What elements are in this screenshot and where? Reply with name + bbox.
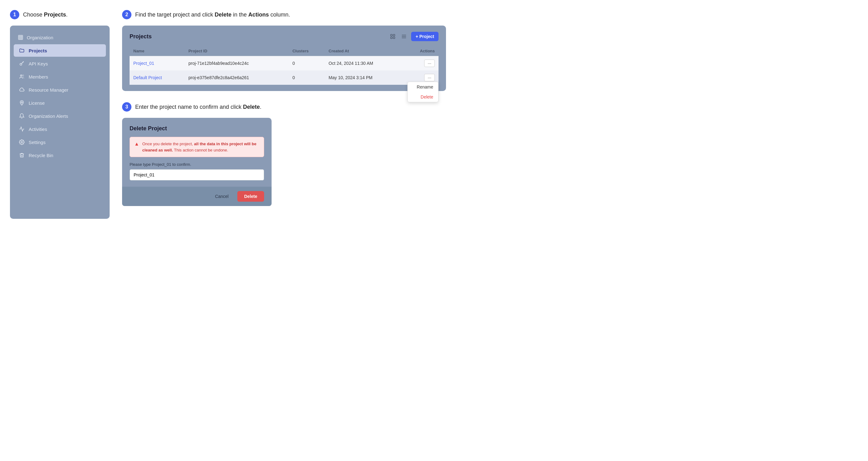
sidebar-settings-label: Settings: [29, 140, 45, 145]
dialog-footer: Cancel Delete: [122, 187, 272, 206]
step3-badge: 3: [122, 102, 131, 112]
step3-heading: 3 Enter the project name to confirm and …: [122, 102, 446, 112]
svg-point-5: [21, 142, 23, 143]
col-name: Name: [130, 46, 185, 56]
svg-rect-7: [393, 34, 395, 36]
list-view-btn[interactable]: [400, 32, 408, 40]
step2-row: 2 Find the target project and click Dele…: [122, 10, 446, 91]
step1-badge: 1: [10, 10, 19, 19]
folder-icon: [19, 47, 25, 54]
delete-dialog: Delete Project ▲ Once you delete the pro…: [122, 118, 272, 206]
org-label-text: Organization: [27, 35, 53, 40]
table-row: Default Project proj-e375e87dfe2c8a42e6a…: [130, 70, 438, 85]
step1-heading: 1 Choose Projects.: [10, 10, 110, 19]
sidebar-resource-manager-label: Resource Manager: [29, 87, 68, 93]
confirm-input[interactable]: [130, 169, 264, 180]
building-icon: [18, 34, 24, 40]
license-icon: [19, 100, 25, 106]
sidebar-item-org-alerts[interactable]: Organization Alerts: [14, 110, 106, 122]
row1-clusters: 0: [289, 56, 325, 71]
projects-table-title: Projects: [130, 33, 152, 40]
warning-icon: ▲: [134, 141, 139, 153]
sidebar-license-label: License: [29, 100, 45, 106]
sidebar-item-resource-manager[interactable]: Resource Manager: [14, 84, 106, 96]
delete-dialog-title: Delete Project: [130, 125, 264, 132]
members-icon: [19, 74, 25, 80]
warning-box: ▲ Once you delete the project, all the d…: [130, 137, 264, 157]
right-column: 2 Find the target project and click Dele…: [122, 10, 446, 219]
sidebar-api-keys-label: API Keys: [29, 61, 48, 66]
project1-link[interactable]: Project_01: [133, 61, 154, 66]
step1-label: Choose Projects.: [23, 11, 68, 18]
cancel-btn[interactable]: Cancel: [210, 191, 234, 202]
svg-point-1: [20, 63, 22, 65]
trash-icon: [19, 152, 25, 159]
rename-option[interactable]: Rename: [408, 82, 438, 92]
table-row: Project_01 proj-71e12bf4ab9ead10e4c24c 0…: [130, 56, 438, 71]
row2-actions: ··· Rename Delete: [404, 70, 438, 85]
sidebar-activities-label: Activities: [29, 126, 47, 132]
step2-heading: 2 Find the target project and click Dele…: [122, 10, 446, 19]
sidebar-org-alerts-label: Organization Alerts: [29, 113, 68, 119]
step2-label: Find the target project and click Delete…: [135, 11, 290, 18]
row2-id: proj-e375e87dfe2c8a42e6a261: [185, 70, 289, 85]
bell-icon: [19, 113, 25, 119]
sidebar-item-settings[interactable]: Settings: [14, 136, 106, 148]
sidebar: Organization Projects: [10, 26, 110, 219]
svg-rect-8: [391, 37, 393, 39]
row1-actions: ···: [404, 56, 438, 71]
add-project-btn[interactable]: + Project: [411, 32, 438, 41]
sidebar-item-license[interactable]: License: [14, 97, 106, 109]
sidebar-item-members[interactable]: Members: [14, 70, 106, 83]
svg-point-4: [21, 102, 23, 103]
col-project-id: Project ID: [185, 46, 289, 56]
svg-rect-0: [19, 35, 23, 39]
row2-name: Default Project: [130, 70, 185, 85]
delete-confirm-btn[interactable]: Delete: [237, 191, 264, 202]
sidebar-item-recycle-bin[interactable]: Recycle Bin: [14, 149, 106, 162]
row1-name: Project_01: [130, 56, 185, 71]
svg-rect-6: [391, 34, 393, 36]
row1-more-btn[interactable]: ···: [424, 60, 435, 67]
row1-id: proj-71e12bf4ab9ead10e4c24c: [185, 56, 289, 71]
row1-created: Oct 24, 2024 11:30 AM: [325, 56, 404, 71]
left-column: 1 Choose Projects. Organization: [10, 10, 110, 219]
sidebar-org-label: Organization: [14, 32, 106, 43]
sidebar-recycle-bin-label: Recycle Bin: [29, 153, 53, 158]
project2-link[interactable]: Default Project: [133, 75, 162, 80]
step2-badge: 2: [122, 10, 131, 19]
sidebar-members-label: Members: [29, 74, 48, 80]
col-clusters: Clusters: [289, 46, 325, 56]
activity-icon: [19, 126, 25, 132]
delete-option[interactable]: Delete: [408, 92, 438, 102]
row2-more-btn[interactable]: ···: [424, 74, 435, 81]
sidebar-item-projects[interactable]: Projects: [14, 44, 106, 57]
header-actions: + Project: [389, 32, 438, 41]
settings-icon: [19, 139, 25, 145]
step3-row: 3 Enter the project name to confirm and …: [122, 102, 446, 206]
sidebar-item-activities[interactable]: Activities: [14, 123, 106, 135]
step3-label: Enter the project name to confirm and cl…: [135, 104, 261, 110]
cloud-icon: [19, 87, 25, 93]
svg-point-3: [23, 75, 24, 76]
svg-point-2: [21, 75, 22, 76]
grid-view-btn[interactable]: [389, 32, 397, 40]
actions-dropdown: Rename Delete: [407, 82, 438, 102]
warning-text: Once you delete the project, all the dat…: [142, 141, 259, 153]
projects-card-header: Projects: [130, 32, 438, 41]
sidebar-projects-label: Projects: [29, 48, 47, 53]
col-created-at: Created At: [325, 46, 404, 56]
row2-clusters: 0: [289, 70, 325, 85]
svg-rect-9: [393, 37, 395, 39]
row2-created: May 10, 2024 3:14 PM: [325, 70, 404, 85]
projects-card: Projects: [122, 26, 446, 91]
col-actions: Actions: [404, 46, 438, 56]
confirm-label: Please type Project_01 to confirm.: [130, 162, 264, 167]
sidebar-item-api-keys[interactable]: API Keys: [14, 57, 106, 70]
projects-table: Name Project ID Clusters Created At Acti…: [130, 46, 438, 85]
key-icon: [19, 60, 25, 67]
